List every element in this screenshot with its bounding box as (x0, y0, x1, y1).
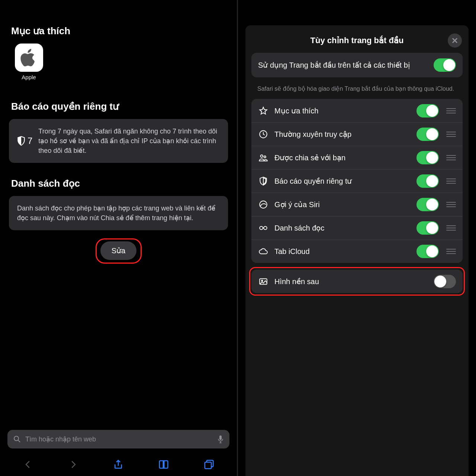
star-icon (258, 106, 268, 116)
background-toggle[interactable] (434, 275, 456, 288)
close-button[interactable] (448, 33, 462, 48)
option-toggle[interactable] (416, 221, 439, 235)
option-label: Mục ưa thích (274, 106, 411, 115)
search-bar[interactable]: Tìm hoặc nhập tên web (7, 430, 229, 448)
svg-line-1 (18, 440, 20, 442)
svg-rect-2 (219, 435, 222, 440)
drag-handle[interactable] (446, 247, 456, 255)
option-row[interactable]: Thường xuyên truy cập (251, 122, 463, 146)
sync-row[interactable]: Sử dụng Trang bắt đầu trên tất cả các th… (251, 53, 463, 77)
shared-icon (258, 153, 268, 163)
apple-icon (15, 44, 43, 72)
option-row[interactable]: Mục ưa thích (251, 99, 463, 122)
reading-card: Danh sách đọc cho phép bạn tập hợp các t… (9, 196, 228, 230)
background-row[interactable]: Hình nền sau (251, 270, 463, 293)
search-icon (13, 435, 21, 443)
sync-footnote: Safari sẽ đồng bộ hóa giao diện Trang bắ… (251, 81, 463, 99)
privacy-title: Báo cáo quyền riêng tư (11, 101, 226, 112)
option-toggle[interactable] (416, 198, 439, 211)
option-row[interactable]: Tab iCloud (251, 239, 463, 263)
option-row[interactable]: Danh sách đọc (251, 216, 463, 239)
privacy-card[interactable]: 7 Trong 7 ngày qua, Safari đã ngăn không… (9, 119, 228, 163)
customize-sheet: Tùy chỉnh trang bắt đầu Sử dụng Trang bắ… (245, 25, 469, 476)
tracker-count: 7 (17, 135, 32, 148)
option-label: Danh sách đọc (274, 223, 411, 232)
search-placeholder: Tìm hoặc nhập tên web (25, 435, 213, 443)
drag-handle[interactable] (446, 107, 456, 115)
cloud-icon (258, 247, 268, 256)
option-toggle[interactable] (416, 104, 439, 118)
favorite-label: Apple (11, 74, 46, 80)
privacy-text: Trong 7 ngày qua, Safari đã ngăn không c… (38, 126, 220, 155)
option-label: Báo cáo quyền riêng tư (274, 177, 411, 186)
svg-rect-3 (205, 462, 212, 469)
sync-group: Sử dụng Trang bắt đầu trên tất cả các th… (251, 53, 463, 77)
sheet-title: Tùy chỉnh trang bắt đầu (251, 36, 463, 45)
option-toggle[interactable] (416, 174, 439, 188)
option-toggle[interactable] (416, 128, 439, 141)
mic-icon[interactable] (218, 435, 223, 443)
svg-point-8 (264, 156, 266, 158)
clock-icon (258, 129, 268, 139)
background-label: Hình nền sau (274, 277, 428, 286)
background-group: Hình nền sau (251, 270, 463, 293)
drag-handle[interactable] (446, 224, 456, 232)
option-row[interactable]: Gợi ý của Siri (251, 193, 463, 216)
favorites-row: Apple (11, 44, 229, 80)
options-group: Mục ưa thíchThường xuyên truy cậpĐược ch… (251, 99, 463, 263)
bookmarks-button[interactable] (158, 459, 169, 470)
bottom-toolbar (0, 453, 237, 476)
reading-title: Danh sách đọc (11, 178, 226, 189)
svg-point-7 (260, 155, 263, 158)
option-label: Thường xuyên truy cập (274, 130, 411, 139)
option-label: Tab iCloud (274, 247, 411, 256)
drag-handle[interactable] (446, 200, 456, 209)
start-page: Mục ưa thích Apple Báo cáo quyền riêng t… (0, 0, 238, 476)
favorites-title: Mục ưa thích (11, 25, 226, 37)
forward-button[interactable] (68, 459, 79, 470)
option-toggle[interactable] (416, 245, 439, 258)
image-icon (258, 277, 268, 286)
glasses-icon (258, 223, 268, 233)
back-button[interactable] (22, 459, 33, 470)
siri-icon (258, 200, 268, 209)
option-row[interactable]: Được chia sẻ với bạn (251, 146, 463, 169)
option-toggle[interactable] (416, 151, 439, 164)
shield-icon (258, 176, 268, 186)
share-button[interactable] (113, 459, 124, 470)
svg-point-10 (260, 226, 263, 230)
customize-sheet-pane: Tùy chỉnh trang bắt đầu Sử dụng Trang bắ… (238, 0, 476, 476)
drag-handle[interactable] (446, 154, 456, 162)
edit-button[interactable]: Sửa (100, 241, 136, 260)
tabs-button[interactable] (203, 459, 215, 470)
svg-point-11 (264, 226, 267, 230)
sync-label: Sử dụng Trang bắt đầu trên tất cả các th… (258, 60, 428, 70)
option-label: Được chia sẻ với bạn (274, 153, 411, 162)
svg-point-0 (14, 436, 19, 441)
svg-point-13 (261, 280, 263, 281)
drag-handle[interactable] (446, 177, 456, 185)
option-row[interactable]: Báo cáo quyền riêng tư (251, 169, 463, 193)
sync-toggle[interactable] (434, 58, 456, 72)
favorite-apple[interactable]: Apple (11, 44, 46, 80)
option-label: Gợi ý của Siri (274, 200, 411, 209)
shield-icon (17, 136, 25, 146)
drag-handle[interactable] (446, 130, 456, 138)
